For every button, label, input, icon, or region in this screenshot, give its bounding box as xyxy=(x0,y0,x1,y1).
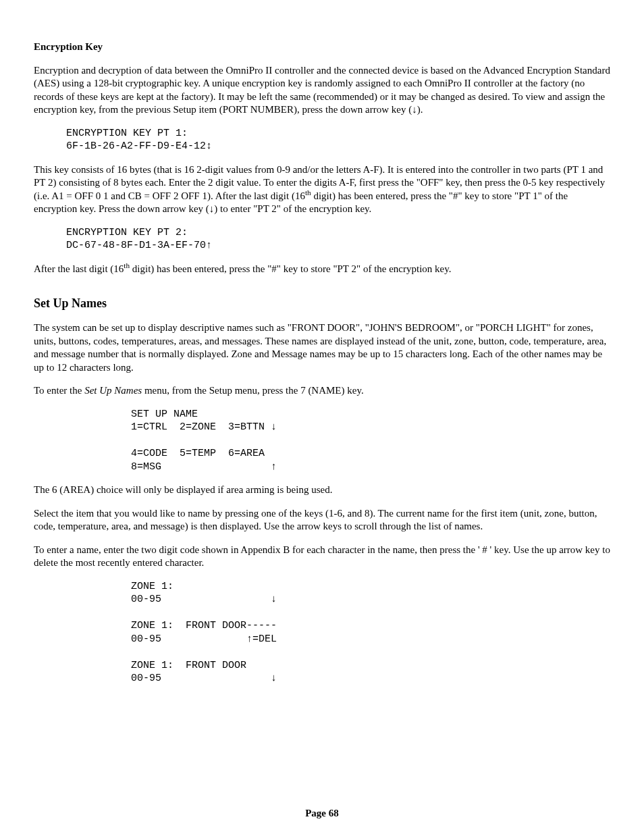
superscript: th xyxy=(124,261,130,269)
encryption-key-intro: Encryption and decryption of data betwee… xyxy=(34,64,610,117)
text-part: menu, from the Setup menu, press the 7 (… xyxy=(142,385,364,396)
superscript: th xyxy=(305,188,311,197)
code-line: SET UP NAME xyxy=(131,409,198,420)
encryption-key-store-pt2: After the last digit (16th digit) has be… xyxy=(34,263,610,276)
code-line: 4=CODE 5=TEMP 6=AREA xyxy=(131,448,265,459)
encryption-key-pt1-display: ENCRYPTION KEY PT 1: 6F-1B-26-A2-FF-D9-E… xyxy=(66,127,610,153)
setup-name-menu-display: SET UP NAME 1=CTRL 2=ZONE 3=BTTN ↓ 4=COD… xyxy=(131,408,610,474)
setup-names-heading: Set Up Names xyxy=(34,296,610,311)
code-line: 00-95 ↓ xyxy=(131,673,277,684)
setup-names-intro: The system can be set up to display desc… xyxy=(34,321,610,374)
select-item-instruction: Select the item that you would like to n… xyxy=(34,507,610,533)
encryption-key-pt2-display: ENCRYPTION KEY PT 2: DC-67-48-8F-D1-3A-E… xyxy=(66,226,610,253)
page-number: Page 68 xyxy=(34,807,610,820)
code-line: 1=CTRL 2=ZONE 3=BTTN ↓ xyxy=(131,421,277,433)
menu-name-italic: Set Up Names xyxy=(84,385,142,396)
enter-name-instruction: To enter a name, enter the two digit cod… xyxy=(34,544,610,570)
zone-name-display: ZONE 1: 00-95 ↓ ZONE 1: FRONT DOOR----- … xyxy=(131,580,610,685)
text-part: To enter the xyxy=(34,385,84,396)
code-line: 00-95 ↓ xyxy=(131,594,277,605)
code-line: ENCRYPTION KEY PT 2: xyxy=(66,227,188,238)
text-part: After the last digit (16 xyxy=(34,263,124,274)
area-choice-note: The 6 (AREA) choice will only be display… xyxy=(34,484,610,497)
code-line: ZONE 1: FRONT DOOR----- xyxy=(131,620,277,631)
text-part: digit) has been entered, press the "#" k… xyxy=(130,263,451,274)
code-line: ENCRYPTION KEY PT 1: xyxy=(66,128,188,139)
code-line: DC-67-48-8F-D1-3A-EF-70↑ xyxy=(66,240,212,251)
code-line: 6F-1B-26-A2-FF-D9-E4-12↕ xyxy=(66,140,212,152)
encryption-key-explanation: This key consists of 16 bytes (that is 1… xyxy=(34,163,610,216)
code-line: ZONE 1: FRONT DOOR xyxy=(131,660,246,671)
code-line: ZONE 1: xyxy=(131,581,173,592)
code-line: 8=MSG ↑ xyxy=(131,461,277,473)
encryption-key-heading: Encryption Key xyxy=(34,41,610,54)
setup-names-menu-instruction: To enter the Set Up Names menu, from the… xyxy=(34,384,610,398)
code-line: 00-95 ↑=DEL xyxy=(131,633,277,645)
